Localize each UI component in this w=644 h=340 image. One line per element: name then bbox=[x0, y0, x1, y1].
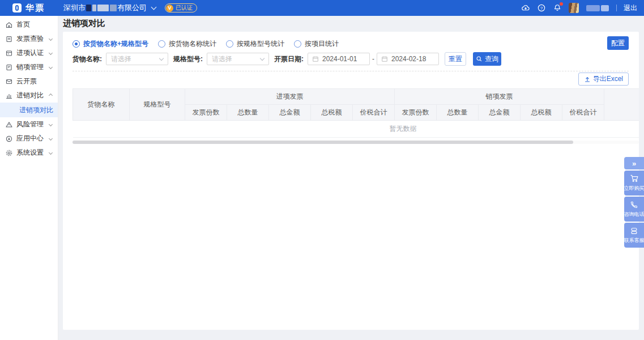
radio-icon bbox=[294, 40, 301, 48]
phone-icon bbox=[630, 201, 638, 209]
config-button[interactable]: 配置 bbox=[607, 36, 629, 50]
sidebar-item-cloud-invoice[interactable]: 云开票 bbox=[0, 74, 58, 88]
sidebar-item-settings[interactable]: 系统设置 bbox=[0, 146, 58, 160]
customer-service-icon bbox=[630, 227, 638, 235]
table-horizontal-scrollbar bbox=[72, 141, 639, 144]
sidebar-subitem-comparison-active[interactable]: 进销项对比 bbox=[0, 103, 58, 117]
dashed-divider bbox=[72, 71, 629, 71]
output-manage-icon bbox=[5, 63, 13, 71]
help-icon[interactable]: ? bbox=[537, 3, 546, 12]
radio-icon bbox=[158, 40, 165, 48]
chevron-up-icon bbox=[49, 94, 53, 97]
chevron-down-icon bbox=[49, 65, 53, 69]
verified-v-icon: V bbox=[166, 5, 173, 12]
logout-button[interactable]: 退出 bbox=[624, 3, 637, 13]
goods-name-select[interactable]: 请选择 bbox=[106, 53, 168, 65]
sidebar-item-home[interactable]: 首页 bbox=[0, 18, 58, 32]
chevron-down-icon bbox=[159, 56, 164, 60]
brand-logo-icon bbox=[12, 3, 22, 12]
redacted-company-text bbox=[92, 5, 96, 11]
cloud-invoice-icon bbox=[5, 78, 13, 86]
date-from-picker[interactable]: 2024-01-01 bbox=[308, 53, 370, 65]
col-invoice-count: 发票份数 bbox=[395, 105, 437, 121]
input-cert-icon bbox=[5, 49, 13, 57]
col-total-tax: 总税额 bbox=[311, 105, 353, 121]
spec-model-label: 规格型号: bbox=[173, 54, 203, 64]
radio-by-spec-model[interactable]: 按规格型号统计 bbox=[226, 39, 284, 49]
phone-consult-button[interactable]: 咨询电话 bbox=[624, 197, 644, 222]
customer-service-button[interactable]: 联系客服 bbox=[624, 223, 644, 248]
col-total-qty: 总数量 bbox=[437, 105, 479, 121]
col-goods-name: 货物名称 bbox=[73, 89, 130, 121]
notification-dot bbox=[560, 2, 563, 6]
goods-name-label: 货物名称: bbox=[72, 54, 102, 64]
date-separator: - bbox=[372, 55, 374, 63]
empty-state-text: 暂无数据 bbox=[73, 121, 639, 138]
company-switcher[interactable]: 深圳市 有限公司 bbox=[63, 3, 156, 13]
col-total-amount: 总金额 bbox=[269, 105, 311, 121]
date-to-picker[interactable]: 2024-02-18 bbox=[377, 53, 439, 65]
home-icon bbox=[5, 21, 13, 29]
radio-by-goods-name[interactable]: 按货物名称统计 bbox=[158, 39, 216, 49]
chevron-down-icon bbox=[49, 37, 53, 41]
sidebar-item-risk[interactable]: 风险管理 bbox=[0, 117, 58, 131]
table-header-row-1: 货物名称 规格型号 进项发票 销项发票 进销项数量 bbox=[73, 89, 639, 105]
chevron-down-icon bbox=[260, 56, 265, 60]
invoice-check-icon bbox=[5, 35, 13, 43]
col-total-qty: 总数量 bbox=[227, 105, 269, 121]
export-upload-icon bbox=[584, 76, 591, 83]
collapse-panel-button[interactable]: » bbox=[624, 157, 644, 169]
compare-chart-icon bbox=[5, 92, 13, 100]
sidebar-item-invoice-check[interactable]: 发票查验 bbox=[0, 32, 58, 46]
group-input-invoices: 进项发票 bbox=[185, 89, 395, 105]
brand[interactable]: 华票 bbox=[12, 3, 58, 14]
spec-model-select[interactable]: 请选择 bbox=[207, 53, 269, 65]
avatar[interactable] bbox=[569, 3, 579, 13]
sidebar: 首页 发票查验 进项认证 销项管理 云开票 进销对比 进销项对比 风险管理 应用… bbox=[0, 16, 58, 340]
search-icon bbox=[476, 56, 483, 62]
company-name-prefix: 深圳市 bbox=[63, 3, 86, 13]
verified-badge-label: 已认证 bbox=[176, 4, 193, 12]
stat-mode-radio-group: 按货物名称+规格型号 按货物名称统计 按规格型号统计 按项目统计 bbox=[72, 37, 348, 50]
app-center-icon bbox=[5, 135, 13, 143]
radio-icon bbox=[226, 40, 233, 48]
sidebar-item-compare[interactable]: 进销对比 bbox=[0, 88, 58, 103]
buy-now-button[interactable]: 立即购买 bbox=[624, 171, 644, 196]
redacted-company-text bbox=[110, 5, 117, 11]
brand-name: 华票 bbox=[25, 3, 45, 14]
header-actions: ? 退出 bbox=[521, 0, 637, 16]
content-panel: 按货物名称+规格型号 按货物名称统计 按规格型号统计 按项目统计 配置 货物名称… bbox=[63, 32, 639, 330]
reset-button[interactable]: 重置 bbox=[445, 52, 466, 66]
query-button[interactable]: 查询 bbox=[473, 52, 501, 66]
sidebar-item-output-manage[interactable]: 销项管理 bbox=[0, 60, 58, 74]
comparison-table: 货物名称 规格型号 进项发票 销项发票 进销项数量 发票份数 总数量 总金额 总… bbox=[72, 88, 639, 138]
chevron-down-icon bbox=[151, 5, 157, 10]
radio-by-name-and-spec[interactable]: 按货物名称+规格型号 bbox=[72, 39, 148, 49]
chevron-down-icon bbox=[49, 137, 53, 141]
page-title: 进销项对比 bbox=[63, 18, 105, 29]
filter-form: 货物名称: 请选择 规格型号: 请选择 开票日期: 2024-01-01 - 2… bbox=[72, 53, 501, 65]
col-total-with-tax: 价税合计 bbox=[562, 105, 604, 121]
col-spec-model: 规格型号 bbox=[130, 89, 185, 121]
radio-by-project[interactable]: 按项目统计 bbox=[294, 39, 339, 49]
scrollbar-thumb[interactable] bbox=[72, 141, 573, 144]
company-name-suffix: 有限公司 bbox=[117, 3, 147, 13]
chevron-down-icon bbox=[49, 122, 53, 126]
floating-contact-panel: » 立即购买 咨询电话 联系客服 bbox=[624, 157, 644, 249]
cloud-download-icon[interactable] bbox=[521, 3, 530, 12]
notification-bell-icon[interactable] bbox=[553, 3, 562, 12]
redacted-username bbox=[586, 5, 609, 11]
sidebar-item-input-cert[interactable]: 进项认证 bbox=[0, 46, 58, 60]
chevron-down-icon bbox=[49, 51, 53, 55]
invoice-date-label: 开票日期: bbox=[274, 54, 304, 64]
verified-badge: V 已认证 bbox=[165, 3, 197, 12]
calendar-icon bbox=[312, 56, 319, 62]
calendar-icon bbox=[381, 56, 388, 62]
export-excel-button[interactable]: 导出Excel bbox=[578, 73, 629, 86]
redacted-company-text bbox=[97, 5, 109, 11]
date-to-value: 2024-02-18 bbox=[391, 55, 426, 63]
col-quantity-diff: 进销项数量 bbox=[604, 89, 639, 121]
app-header: 华票 深圳市 有限公司 V 已认证 ? 退出 bbox=[0, 0, 644, 16]
chevron-down-icon bbox=[49, 151, 53, 155]
sidebar-item-app-center[interactable]: 应用中心 bbox=[0, 131, 58, 146]
